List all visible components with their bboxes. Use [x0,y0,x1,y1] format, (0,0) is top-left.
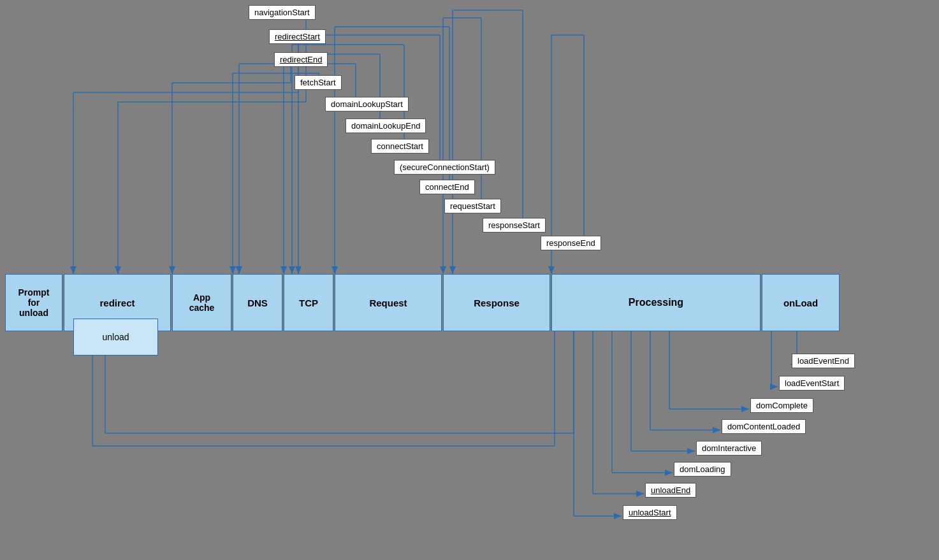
label-domInteractive: domInteractive [696,441,762,456]
svg-marker-68 [770,384,778,390]
svg-marker-19 [236,266,242,274]
label-connectEnd: connectEnd [419,180,475,194]
diagram-container: Prompt for unload redirect App cache DNS… [0,0,939,560]
svg-marker-31 [295,266,302,274]
label-domainLookupEnd: domainLookupEnd [346,118,426,133]
response-box: Response [443,274,550,331]
label-requestStart: requestStart [444,199,501,213]
svg-marker-11 [169,266,175,274]
svg-marker-27 [289,266,295,274]
label-unloadStart: unloadStart [623,505,677,520]
svg-marker-35 [331,266,338,274]
label-responseEnd: responseEnd [541,236,601,250]
label-domContentLoaded: domContentLoaded [722,419,806,434]
svg-marker-53 [636,491,644,497]
svg-marker-59 [687,448,695,454]
label-redirectStart: redirectStart [269,29,326,44]
svg-marker-50 [614,513,622,519]
appcache-box: App cache [172,274,231,331]
label-fetchStart: fetchStart [295,75,342,90]
label-domainLookupStart: domainLookupStart [325,97,409,111]
label-domComplete: domComplete [750,398,813,413]
svg-marker-62 [713,427,720,433]
label-loadEventStart: loadEventStart [779,376,845,391]
svg-marker-43 [449,266,456,274]
tcp-box: TCP [284,274,333,331]
label-redirectEnd: redirectEnd [274,52,328,67]
label-navigationStart: navigationStart [249,5,316,20]
svg-marker-23 [280,266,287,274]
dns-box: DNS [233,274,282,331]
label-domLoading: domLoading [674,462,731,477]
label-secureConnectionStart: (secureConnectionStart) [394,160,495,175]
label-loadEventEnd: loadEventEnd [792,354,855,368]
svg-marker-39 [440,266,446,274]
svg-marker-7 [70,266,76,274]
processing-box: Processing [551,274,761,331]
svg-marker-56 [665,470,673,476]
label-responseStart: responseStart [483,218,546,233]
onload-box: onLoad [762,274,840,331]
label-unloadEnd: unloadEnd [645,483,696,498]
svg-marker-3 [115,266,121,274]
unload-box: unload [73,319,158,355]
request-box: Request [335,274,442,331]
prompt-box: Prompt for unload [5,274,62,331]
svg-marker-15 [229,266,236,274]
svg-marker-47 [548,266,555,274]
label-connectStart: connectStart [371,139,429,154]
svg-marker-65 [741,406,749,412]
